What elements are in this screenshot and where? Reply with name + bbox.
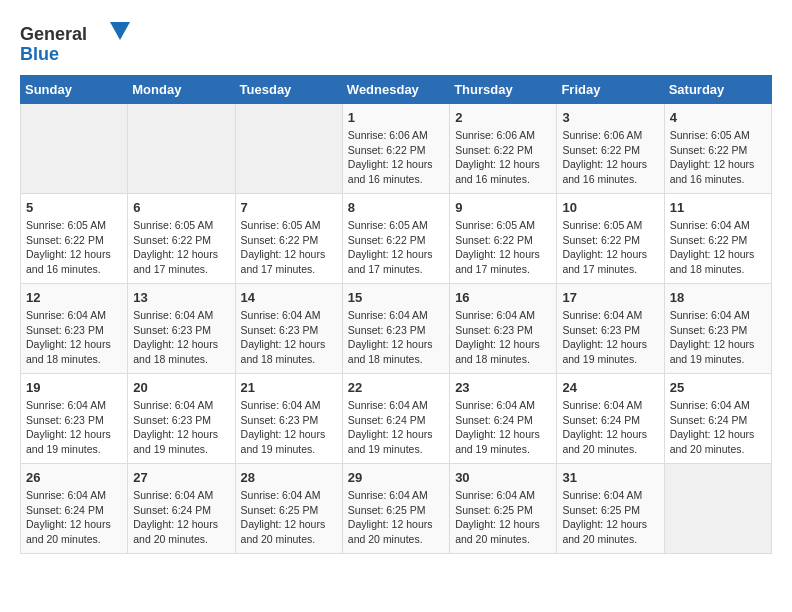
day-info: Daylight: 12 hours and 16 minutes. [670, 157, 766, 186]
calendar-cell: 4Sunrise: 6:05 AMSunset: 6:22 PMDaylight… [664, 104, 771, 194]
day-info: Sunrise: 6:04 AM [455, 398, 551, 413]
day-info: Sunrise: 6:04 AM [133, 398, 229, 413]
day-info: Daylight: 12 hours and 18 minutes. [455, 337, 551, 366]
day-number: 15 [348, 290, 444, 305]
day-info: Daylight: 12 hours and 16 minutes. [348, 157, 444, 186]
day-info: Sunset: 6:25 PM [241, 503, 337, 518]
week-row-1: 1Sunrise: 6:06 AMSunset: 6:22 PMDaylight… [21, 104, 772, 194]
day-info: Sunrise: 6:05 AM [455, 218, 551, 233]
calendar-cell: 17Sunrise: 6:04 AMSunset: 6:23 PMDayligh… [557, 284, 664, 374]
calendar-cell: 19Sunrise: 6:04 AMSunset: 6:23 PMDayligh… [21, 374, 128, 464]
day-info: Sunrise: 6:05 AM [562, 218, 658, 233]
day-number: 11 [670, 200, 766, 215]
day-info: Daylight: 12 hours and 20 minutes. [26, 517, 122, 546]
day-info: Daylight: 12 hours and 16 minutes. [562, 157, 658, 186]
day-info: Sunrise: 6:05 AM [670, 128, 766, 143]
calendar-cell: 28Sunrise: 6:04 AMSunset: 6:25 PMDayligh… [235, 464, 342, 554]
day-info: Sunset: 6:22 PM [133, 233, 229, 248]
day-number: 5 [26, 200, 122, 215]
week-row-5: 26Sunrise: 6:04 AMSunset: 6:24 PMDayligh… [21, 464, 772, 554]
day-info: Sunrise: 6:04 AM [241, 308, 337, 323]
day-info: Sunrise: 6:05 AM [26, 218, 122, 233]
calendar-cell: 14Sunrise: 6:04 AMSunset: 6:23 PMDayligh… [235, 284, 342, 374]
calendar-header-row: SundayMondayTuesdayWednesdayThursdayFrid… [21, 76, 772, 104]
day-number: 21 [241, 380, 337, 395]
day-info: Sunrise: 6:04 AM [562, 308, 658, 323]
svg-marker-0 [110, 22, 130, 40]
day-number: 13 [133, 290, 229, 305]
day-info: Sunset: 6:22 PM [562, 143, 658, 158]
day-info: Sunset: 6:22 PM [348, 233, 444, 248]
header-friday: Friday [557, 76, 664, 104]
calendar-cell: 13Sunrise: 6:04 AMSunset: 6:23 PMDayligh… [128, 284, 235, 374]
day-info: Sunset: 6:23 PM [348, 323, 444, 338]
day-info: Daylight: 12 hours and 17 minutes. [348, 247, 444, 276]
calendar-cell: 27Sunrise: 6:04 AMSunset: 6:24 PMDayligh… [128, 464, 235, 554]
day-number: 16 [455, 290, 551, 305]
day-info: Daylight: 12 hours and 17 minutes. [133, 247, 229, 276]
day-info: Sunrise: 6:04 AM [455, 488, 551, 503]
day-info: Daylight: 12 hours and 20 minutes. [455, 517, 551, 546]
day-info: Sunset: 6:23 PM [26, 323, 122, 338]
day-info: Sunset: 6:23 PM [455, 323, 551, 338]
day-number: 24 [562, 380, 658, 395]
day-info: Sunset: 6:23 PM [133, 323, 229, 338]
calendar-cell: 26Sunrise: 6:04 AMSunset: 6:24 PMDayligh… [21, 464, 128, 554]
day-number: 27 [133, 470, 229, 485]
day-info: Sunset: 6:22 PM [455, 233, 551, 248]
day-info: Sunset: 6:24 PM [670, 413, 766, 428]
calendar-table: SundayMondayTuesdayWednesdayThursdayFrid… [20, 75, 772, 554]
day-info: Daylight: 12 hours and 20 minutes. [562, 517, 658, 546]
day-info: Sunset: 6:23 PM [26, 413, 122, 428]
calendar-cell: 23Sunrise: 6:04 AMSunset: 6:24 PMDayligh… [450, 374, 557, 464]
day-info: Sunset: 6:24 PM [455, 413, 551, 428]
day-info: Sunrise: 6:05 AM [348, 218, 444, 233]
svg-text:General: General [20, 24, 87, 44]
day-info: Daylight: 12 hours and 16 minutes. [26, 247, 122, 276]
calendar-cell: 11Sunrise: 6:04 AMSunset: 6:22 PMDayligh… [664, 194, 771, 284]
calendar-cell: 20Sunrise: 6:04 AMSunset: 6:23 PMDayligh… [128, 374, 235, 464]
day-info: Sunrise: 6:04 AM [348, 488, 444, 503]
day-info: Daylight: 12 hours and 17 minutes. [241, 247, 337, 276]
day-info: Daylight: 12 hours and 18 minutes. [670, 247, 766, 276]
day-info: Daylight: 12 hours and 19 minutes. [133, 427, 229, 456]
day-info: Daylight: 12 hours and 18 minutes. [241, 337, 337, 366]
logo-svg: GeneralBlue [20, 20, 130, 65]
day-info: Sunrise: 6:04 AM [348, 398, 444, 413]
day-info: Sunset: 6:22 PM [241, 233, 337, 248]
calendar-cell: 15Sunrise: 6:04 AMSunset: 6:23 PMDayligh… [342, 284, 449, 374]
calendar-cell [128, 104, 235, 194]
day-number: 8 [348, 200, 444, 215]
day-info: Daylight: 12 hours and 20 minutes. [241, 517, 337, 546]
day-info: Daylight: 12 hours and 20 minutes. [348, 517, 444, 546]
calendar-cell: 24Sunrise: 6:04 AMSunset: 6:24 PMDayligh… [557, 374, 664, 464]
day-number: 2 [455, 110, 551, 125]
day-info: Sunrise: 6:04 AM [26, 488, 122, 503]
day-info: Daylight: 12 hours and 20 minutes. [562, 427, 658, 456]
day-info: Sunrise: 6:04 AM [241, 488, 337, 503]
day-info: Daylight: 12 hours and 19 minutes. [26, 427, 122, 456]
calendar-cell [664, 464, 771, 554]
day-info: Sunrise: 6:06 AM [562, 128, 658, 143]
day-info: Daylight: 12 hours and 17 minutes. [562, 247, 658, 276]
day-info: Sunrise: 6:04 AM [455, 308, 551, 323]
day-info: Sunset: 6:22 PM [670, 143, 766, 158]
day-info: Daylight: 12 hours and 20 minutes. [670, 427, 766, 456]
calendar-cell: 30Sunrise: 6:04 AMSunset: 6:25 PMDayligh… [450, 464, 557, 554]
day-info: Sunrise: 6:04 AM [562, 488, 658, 503]
calendar-cell: 1Sunrise: 6:06 AMSunset: 6:22 PMDaylight… [342, 104, 449, 194]
day-info: Sunset: 6:24 PM [26, 503, 122, 518]
week-row-3: 12Sunrise: 6:04 AMSunset: 6:23 PMDayligh… [21, 284, 772, 374]
day-number: 14 [241, 290, 337, 305]
header-tuesday: Tuesday [235, 76, 342, 104]
day-info: Daylight: 12 hours and 19 minutes. [455, 427, 551, 456]
day-info: Daylight: 12 hours and 16 minutes. [455, 157, 551, 186]
day-number: 12 [26, 290, 122, 305]
day-number: 30 [455, 470, 551, 485]
day-info: Sunset: 6:23 PM [133, 413, 229, 428]
day-info: Daylight: 12 hours and 19 minutes. [670, 337, 766, 366]
day-number: 22 [348, 380, 444, 395]
day-info: Sunrise: 6:04 AM [670, 308, 766, 323]
day-number: 1 [348, 110, 444, 125]
day-info: Sunset: 6:25 PM [455, 503, 551, 518]
